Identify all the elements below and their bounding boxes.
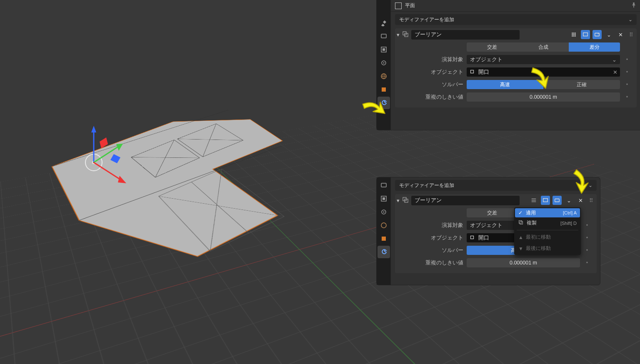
svg-line-23: [0, 274, 640, 364]
active-object-name: 平面: [405, 2, 415, 9]
svg-rect-78: [583, 33, 588, 36]
svg-rect-79: [595, 33, 600, 36]
tab-output-icon[interactable]: [378, 192, 390, 205]
tab-render-icon[interactable]: [378, 30, 390, 42]
threshold-field[interactable]: 0.000001 m: [467, 258, 580, 267]
tab-render-icon[interactable]: [378, 179, 390, 192]
mesh-icon: [395, 2, 402, 9]
transform-gizmo[interactable]: [81, 125, 148, 192]
svg-point-80: [598, 33, 599, 34]
tab-modifier-icon[interactable]: [378, 246, 390, 258]
tab-world-icon[interactable]: [378, 219, 390, 232]
svg-line-24: [0, 289, 640, 364]
tab-scene-icon[interactable]: [378, 57, 390, 69]
operand-type-value: オブジェクト: [470, 222, 502, 229]
disclosure-triangle-icon[interactable]: ▾: [397, 32, 400, 38]
show-in-editmode-icon[interactable]: [541, 196, 550, 205]
dot-icon[interactable]: •: [583, 260, 591, 266]
chevron-down-icon: ⌄: [612, 57, 617, 63]
svg-point-86: [383, 212, 384, 213]
add-modifier-label: モディファイアーを追加: [399, 16, 454, 23]
dot-icon[interactable]: •: [623, 69, 631, 75]
boolean-op-intersect[interactable]: 交差: [467, 42, 518, 52]
threshold-label: 重複のしきい値: [401, 259, 463, 267]
menu-apply-shortcut: [Ctrl] A: [563, 210, 577, 215]
menu-move-first: ▲ 最初に移動: [515, 232, 580, 243]
svg-point-87: [381, 223, 386, 228]
svg-rect-88: [382, 237, 386, 241]
svg-marker-62: [91, 126, 96, 132]
tab-object-icon[interactable]: [378, 83, 390, 96]
tab-object-icon[interactable]: [378, 232, 390, 245]
svg-point-73: [383, 62, 384, 64]
modifier-type-icon: [402, 31, 409, 39]
operand-object-value: 開口: [478, 234, 489, 242]
boolean-op-intersect[interactable]: 交差: [467, 208, 517, 217]
tab-tool-icon[interactable]: [378, 17, 390, 29]
annotation-arrow: [559, 163, 593, 197]
svg-rect-69: [381, 34, 386, 38]
tab-world-icon[interactable]: [378, 70, 390, 82]
svg-rect-92: [555, 199, 560, 202]
menu-apply-label: 適用: [526, 209, 536, 217]
mesh-icon: [469, 69, 475, 76]
threshold-label: 重複のしきい値: [401, 94, 463, 101]
show-on-cage-icon[interactable]: [529, 196, 538, 205]
operand-type-label: 演算対象: [401, 222, 463, 229]
svg-rect-71: [382, 48, 385, 51]
modifier-menu-chevron-icon[interactable]: ⌄: [564, 196, 573, 205]
modifier-type-icon: [402, 197, 409, 204]
menu-apply[interactable]: ✓ 適用 [Ctrl] A: [515, 208, 580, 217]
dot-icon[interactable]: •: [583, 235, 591, 241]
copy-icon: [518, 220, 523, 226]
remove-modifier-icon[interactable]: ✕: [616, 30, 625, 39]
show-in-viewport-icon[interactable]: [552, 196, 562, 205]
dot-icon[interactable]: •: [623, 57, 631, 62]
show-in-viewport-icon[interactable]: [592, 30, 602, 39]
operand-object-value: 開口: [478, 69, 489, 76]
svg-rect-95: [520, 222, 523, 224]
clear-icon[interactable]: ✕: [613, 69, 618, 75]
operand-object-label: オブジェクト: [401, 69, 463, 76]
modifier-name-field[interactable]: [411, 196, 520, 205]
boolean-op-union[interactable]: 合成: [518, 42, 569, 52]
dot-icon[interactable]: •: [583, 247, 591, 253]
modifier-dropdown-menu: ✓ 適用 [Ctrl] A 複製 [Shift] D ▲ 最初に移動 ▼ 最後に…: [514, 207, 581, 255]
triangle-down-icon: ▼: [518, 246, 522, 252]
tab-output-icon[interactable]: [378, 43, 390, 56]
drag-handle-icon[interactable]: ⠿: [629, 32, 634, 38]
pin-icon[interactable]: [631, 2, 637, 9]
modifier-name-field[interactable]: [411, 30, 520, 40]
svg-marker-68: [110, 154, 120, 163]
svg-rect-84: [382, 197, 385, 200]
modifier-menu-chevron-icon[interactable]: ⌄: [604, 30, 613, 39]
chevron-down-icon: ⌄: [628, 17, 632, 22]
dot-icon[interactable]: •: [583, 222, 591, 228]
dot-icon[interactable]: •: [623, 94, 631, 100]
modifier-boolean: ▾ ⌄ ✕ ⠿ 交差 合成 演算対: [395, 194, 597, 273]
tab-scene-icon[interactable]: [378, 206, 390, 218]
menu-duplicate[interactable]: 複製 [Shift] D: [515, 217, 580, 229]
svg-rect-81: [471, 70, 474, 73]
breadcrumb: 平面: [391, 0, 640, 12]
remove-modifier-icon[interactable]: ✕: [576, 196, 585, 205]
svg-marker-67: [100, 137, 108, 148]
dot-icon[interactable]: •: [623, 82, 631, 87]
solver-label: ソルバー: [401, 81, 463, 88]
show-on-cage-icon[interactable]: [569, 30, 578, 39]
svg-rect-93: [471, 236, 474, 239]
disclosure-triangle-icon[interactable]: ▾: [397, 197, 400, 204]
triangle-up-icon: ▲: [518, 234, 522, 240]
mesh-icon: [469, 234, 475, 242]
svg-rect-94: [519, 221, 522, 224]
properties-panel-1: 平面 モディファイアーを追加 ⌄ ▾ ⌄ ✕ ⠿: [377, 0, 640, 130]
boolean-op-difference[interactable]: 差分: [569, 42, 620, 52]
show-in-editmode-icon[interactable]: [581, 30, 590, 39]
operand-object-label: オブジェクト: [401, 234, 463, 242]
threshold-field[interactable]: 0.000001 m: [467, 92, 620, 102]
add-modifier-button[interactable]: モディファイアーを追加 ⌄: [395, 14, 637, 25]
drag-handle-icon[interactable]: ⠿: [589, 197, 594, 204]
svg-marker-66: [118, 176, 126, 183]
svg-line-65: [94, 162, 123, 181]
svg-rect-82: [381, 183, 386, 187]
